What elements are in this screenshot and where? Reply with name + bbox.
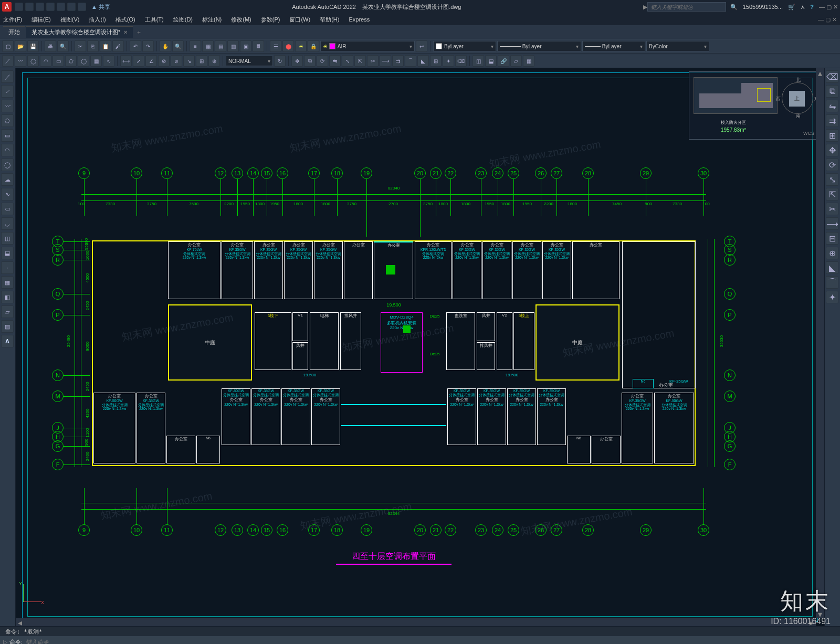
mirror-icon[interactable]: ⇋: [329, 55, 341, 67]
region-icon[interactable]: ▱: [510, 55, 522, 67]
menu-format[interactable]: 格式(O): [116, 16, 135, 24]
color-select[interactable]: ByLayer ▾: [433, 41, 496, 51]
line-icon[interactable]: ／: [1, 70, 14, 83]
close-button[interactable]: ✕: [833, 4, 838, 10]
menu-dim[interactable]: 标注(N): [202, 16, 222, 24]
menu-modify[interactable]: 修改(M): [231, 16, 251, 24]
explode-icon[interactable]: ✦: [443, 55, 454, 67]
properties-icon[interactable]: ≡: [190, 40, 201, 52]
layer-freeze-icon[interactable]: ☀: [295, 40, 307, 52]
table2-icon[interactable]: ▤: [1, 320, 14, 333]
lineweight-select[interactable]: ByLayer ▾: [582, 41, 645, 51]
erase-icon[interactable]: ⌫: [826, 70, 838, 83]
cut-icon[interactable]: ✂: [75, 40, 86, 52]
join-icon[interactable]: ⊕: [826, 247, 838, 259]
polygon-icon[interactable]: ⬠: [1, 114, 14, 127]
tab-add-button[interactable]: ＋: [136, 28, 142, 36]
command-input[interactable]: [26, 639, 837, 644]
spline-tool-icon[interactable]: ∿: [103, 55, 114, 67]
scale2-icon[interactable]: ⤡: [826, 173, 838, 186]
dim-angular-icon[interactable]: ∠: [145, 55, 157, 67]
v-scrollbar[interactable]: ▴ ▾: [816, 68, 824, 618]
dim-diameter-icon[interactable]: ⌀: [171, 55, 182, 67]
rotate2-icon[interactable]: ⟳: [826, 159, 838, 171]
dim-linear-icon[interactable]: ⟷: [120, 55, 132, 67]
layer-manager-icon[interactable]: ☰: [270, 40, 281, 52]
break-icon[interactable]: ⊟: [826, 232, 838, 245]
sheet-set-icon[interactable]: ▥: [227, 40, 239, 52]
menu-insert[interactable]: 插入(I): [89, 16, 106, 24]
move2-icon[interactable]: ✥: [826, 144, 838, 156]
preview-icon[interactable]: 🔍: [57, 40, 69, 52]
xline-icon[interactable]: ⟋: [1, 85, 14, 98]
menu-window[interactable]: 窗口(W): [289, 16, 310, 24]
open-icon[interactable]: 📂: [15, 40, 26, 52]
maximize-button[interactable]: ▢: [826, 4, 832, 10]
ellipse2-icon[interactable]: ⬭: [1, 203, 14, 215]
dim-style-select[interactable]: NORMAL ▾: [226, 56, 273, 66]
stretch2-icon[interactable]: ⇱: [826, 188, 838, 200]
tolerance-icon[interactable]: ⊞: [196, 55, 207, 67]
circle-tool-icon[interactable]: ◯: [27, 55, 39, 67]
search-icon[interactable]: 🔍: [730, 4, 738, 10]
redo-icon[interactable]: ↷: [142, 40, 154, 52]
plot-style-select[interactable]: ByColor ▾: [646, 41, 709, 51]
chamfer-icon[interactable]: ◣: [417, 55, 429, 67]
nav-panel[interactable]: 模入防火分区 1957.63m² WCS 北 南 东 西 上: [689, 71, 820, 140]
menu-param[interactable]: 参数(P): [261, 16, 280, 24]
qat-plot-icon[interactable]: [57, 3, 65, 11]
xref-icon[interactable]: 🔗: [498, 55, 509, 67]
dim-update-icon[interactable]: ↻: [274, 55, 286, 67]
insert-block-icon[interactable]: ⬓: [485, 55, 497, 67]
calc-icon[interactable]: 🖩: [253, 40, 264, 52]
rect-tool-icon[interactable]: ▭: [52, 55, 64, 67]
copy3-icon[interactable]: ⧉: [826, 85, 838, 98]
undo-icon[interactable]: ↶: [130, 40, 141, 52]
tab-file[interactable]: 某农业大学教学综合楼空调设计图* ✕: [26, 26, 133, 38]
layer-prev-icon[interactable]: ↩: [416, 40, 427, 52]
layer-select[interactable]: ☀ AIR ▾: [320, 41, 415, 51]
menu-draw[interactable]: 绘图(D): [173, 16, 193, 24]
fillet2-icon[interactable]: ⌒: [826, 276, 838, 289]
line-tool-icon[interactable]: ／: [2, 55, 14, 67]
extend-icon[interactable]: ⟶: [380, 55, 391, 67]
mirror2-icon[interactable]: ⇋: [826, 100, 838, 112]
leader-icon[interactable]: ↘: [183, 55, 195, 67]
revcloud-icon[interactable]: ☁: [1, 173, 14, 186]
paste-icon[interactable]: 📋: [100, 40, 111, 52]
copy-icon[interactable]: ⎘: [87, 40, 99, 52]
user-label[interactable]: 15059991135...: [743, 4, 783, 10]
menu-tools[interactable]: 工具(T): [145, 16, 164, 24]
arc-tool-icon[interactable]: ◠: [40, 55, 51, 67]
erase-icon[interactable]: ⌫: [455, 55, 467, 67]
menu-file[interactable]: 文件(F): [3, 16, 22, 24]
help-search-input[interactable]: [647, 2, 726, 12]
fillet-icon[interactable]: ⌒: [405, 55, 416, 67]
trim-icon[interactable]: ✂: [367, 55, 379, 67]
qat-redo-icon[interactable]: [78, 3, 86, 11]
chamfer2-icon[interactable]: ◣: [826, 261, 838, 274]
gradient-icon[interactable]: ◧: [1, 291, 14, 303]
tab-start[interactable]: 开始: [3, 26, 25, 38]
ellipse-tool-icon[interactable]: ◯: [78, 55, 89, 67]
qat-open-icon[interactable]: [25, 3, 34, 11]
explode2-icon[interactable]: ✦: [826, 291, 838, 303]
hatch2-icon[interactable]: ▦: [1, 276, 14, 289]
menu-express[interactable]: Express: [349, 16, 370, 23]
offset-icon[interactable]: ⇉: [392, 55, 404, 67]
arc2-icon[interactable]: ◠: [1, 144, 14, 156]
trim2-icon[interactable]: ✂: [826, 203, 838, 215]
drawing-canvas[interactable]: 9 10 11 12 13 14 15 16 17 18 19 20 21 22…: [16, 68, 824, 626]
print-icon[interactable]: 🖶: [45, 40, 56, 52]
dim-radius-icon[interactable]: ⊘: [158, 55, 170, 67]
pan-icon[interactable]: ✋: [160, 40, 171, 52]
stretch-icon[interactable]: ⇱: [354, 55, 366, 67]
cart-icon[interactable]: 🛒: [788, 4, 795, 10]
qat-new-icon[interactable]: [15, 3, 23, 11]
spline2-icon[interactable]: ∿: [1, 188, 14, 200]
scale-icon[interactable]: ⤡: [342, 55, 353, 67]
linetype-select[interactable]: ByLayer ▾: [497, 41, 581, 51]
rotate-icon[interactable]: ⟳: [317, 55, 328, 67]
table-icon[interactable]: ▦: [523, 55, 534, 67]
circle2-icon[interactable]: ◯: [1, 159, 14, 171]
